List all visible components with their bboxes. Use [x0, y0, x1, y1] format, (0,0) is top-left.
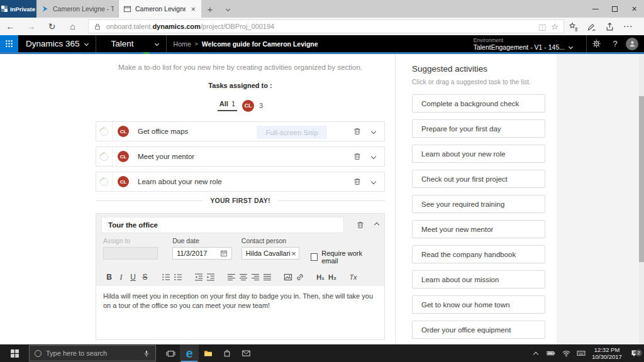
share-icon[interactable] — [601, 22, 619, 31]
outdent-button[interactable] — [192, 272, 204, 283]
delete-task-button[interactable] — [353, 177, 362, 186]
require-work-email-checkbox[interactable] — [311, 253, 318, 261]
module-switcher[interactable]: Talent — [104, 39, 158, 48]
bullet-list-button[interactable] — [172, 272, 184, 283]
task-row[interactable]: CL Learn about your new role — [96, 172, 385, 192]
environment-selector[interactable]: Environment TalentEngagement - V1 - 145.… — [474, 37, 572, 51]
help-icon[interactable]: ? — [606, 39, 625, 48]
reading-view-icon[interactable]: ◫ — [538, 22, 546, 31]
favorite-star-icon[interactable]: ☆ — [551, 22, 558, 31]
expand-task-button[interactable] — [372, 129, 375, 133]
bold-button[interactable]: B — [103, 272, 115, 283]
browser-tab-1[interactable]: Cameron Levigne - Talent — [36, 0, 119, 18]
minimize-button[interactable] — [586, 0, 605, 18]
justify-button[interactable] — [261, 272, 273, 283]
scrollbar-thumb[interactable] — [639, 96, 644, 262]
more-options-icon[interactable]: ⋯ — [619, 21, 637, 32]
task-drag-handle[interactable] — [96, 122, 113, 141]
microphone-icon[interactable] — [143, 349, 150, 358]
align-right-button[interactable] — [249, 272, 261, 283]
assignee-filter-avatar[interactable]: CL — [242, 100, 254, 112]
browser-tab-2[interactable]: Cameron Levigne - Tale × — [119, 0, 201, 18]
screen: InPrivate Cameron Levigne - Talent Camer… — [0, 0, 644, 362]
waffle-menu-icon[interactable] — [0, 35, 18, 52]
insert-link-button[interactable] — [294, 272, 306, 283]
suggested-activity-card[interactable]: Get to know our home town — [412, 295, 545, 314]
task-description-editor[interactable]: Hilda will meet you in reception on your… — [96, 286, 384, 340]
taskbar-search-input[interactable]: Type here to search — [29, 345, 156, 361]
tab-close-icon[interactable]: × — [189, 4, 197, 14]
web-note-pen-icon[interactable] — [582, 22, 601, 31]
suggested-activity-card[interactable]: Check out your first project — [412, 170, 545, 188]
forward-button[interactable]: → — [21, 21, 42, 31]
suggested-activity-label: Learn about our mission — [421, 276, 499, 283]
page-scrollbar[interactable] — [639, 54, 644, 344]
product-switcher[interactable]: Dynamics 365 — [26, 39, 88, 48]
task-drag-handle[interactable] — [96, 147, 113, 166]
contact-person-input[interactable]: Hilda Cavallari × — [242, 247, 299, 260]
align-left-button[interactable] — [225, 272, 237, 283]
assign-to-input[interactable] — [103, 247, 158, 260]
action-center-button[interactable]: 2 — [625, 349, 644, 358]
suggested-activity-label: Meet your new mentor — [421, 226, 493, 233]
due-date-input[interactable]: 11/3/2017 — [172, 247, 232, 260]
clear-formatting-button[interactable]: Tx — [347, 272, 359, 283]
start-button[interactable] — [0, 344, 29, 362]
task-builder-panel: Make a to-do list for you new hire by cr… — [96, 54, 385, 340]
task-view-button[interactable] — [161, 344, 180, 362]
battery-icon[interactable] — [543, 349, 558, 358]
insert-media-button[interactable] — [282, 272, 294, 283]
close-button[interactable]: × — [625, 0, 644, 18]
suggested-activity-card[interactable]: Read the company handbook — [412, 245, 545, 263]
underline-button[interactable]: U — [127, 272, 139, 283]
expand-task-button[interactable] — [372, 155, 375, 158]
file-explorer-button[interactable] — [199, 344, 218, 362]
delete-task-button[interactable] — [356, 221, 365, 229]
assign-to-label: Assign to — [103, 237, 158, 244]
suggested-activity-card[interactable]: See your required training — [412, 195, 545, 213]
align-center-button[interactable] — [237, 272, 249, 283]
clear-contact-icon[interactable]: × — [291, 249, 296, 258]
suggested-activity-card[interactable]: Learn about our mission — [412, 270, 545, 288]
back-button[interactable]: ← — [0, 21, 21, 31]
calendar-icon[interactable] — [220, 250, 228, 257]
task-row[interactable]: CL Get office maps — [96, 121, 385, 141]
suggested-activity-card[interactable]: Meet your new mentor — [412, 220, 545, 238]
italic-button[interactable]: I — [115, 272, 127, 283]
suggested-activity-card[interactable]: Complete a background check — [412, 94, 545, 112]
heading-2-button[interactable]: H₂ — [326, 272, 338, 283]
breadcrumb-home[interactable]: Home — [174, 40, 191, 48]
task-drag-handle[interactable] — [96, 172, 113, 191]
wifi-icon[interactable] — [558, 349, 574, 358]
tray-expand-chevron[interactable] — [528, 351, 543, 356]
user-avatar-icon[interactable] — [626, 38, 638, 50]
indent-button[interactable] — [204, 272, 216, 283]
settings-gear-icon[interactable] — [587, 39, 606, 48]
keyboard-icon[interactable] — [574, 349, 589, 358]
address-bar[interactable]: onboard.talent.dynamics.com/project/OBPr… — [88, 19, 564, 33]
restore-button[interactable] — [605, 0, 625, 18]
task-row[interactable]: CL Meet your mentor — [96, 146, 385, 167]
hub-icon[interactable] — [564, 22, 582, 31]
taskbar-clock[interactable]: 12:32 PM 10/30/2017 — [589, 346, 625, 360]
mail-button[interactable] — [236, 344, 255, 362]
store-button[interactable] — [218, 344, 236, 362]
filter-all-tab[interactable]: All1 — [218, 100, 237, 111]
delete-task-button[interactable] — [353, 127, 362, 136]
new-tab-button[interactable]: + — [201, 0, 219, 18]
suggested-activity-card[interactable]: Prepare for your first day — [412, 119, 545, 138]
edge-taskbar-button[interactable]: e — [180, 344, 199, 362]
refresh-button[interactable]: ↻ — [42, 21, 62, 31]
heading-1-button[interactable]: H₁ — [314, 272, 326, 283]
ordered-list-button[interactable] — [160, 272, 172, 283]
suggested-activity-card[interactable]: Learn about your new role — [412, 145, 545, 163]
expand-task-button[interactable] — [372, 180, 375, 184]
task-title-input[interactable] — [101, 217, 344, 233]
delete-task-button[interactable] — [353, 152, 362, 161]
home-button[interactable]: ⌂ — [62, 21, 83, 31]
tab-list-chevron[interactable] — [219, 0, 236, 18]
collapse-task-button[interactable] — [375, 223, 379, 227]
strikethrough-button[interactable]: S — [139, 272, 151, 283]
browser-toolbar: ← → ↻ ⌂ onboard.talent.dynamics.com/proj… — [0, 18, 644, 35]
suggested-activity-card[interactable]: Order your office equipment — [412, 321, 545, 339]
